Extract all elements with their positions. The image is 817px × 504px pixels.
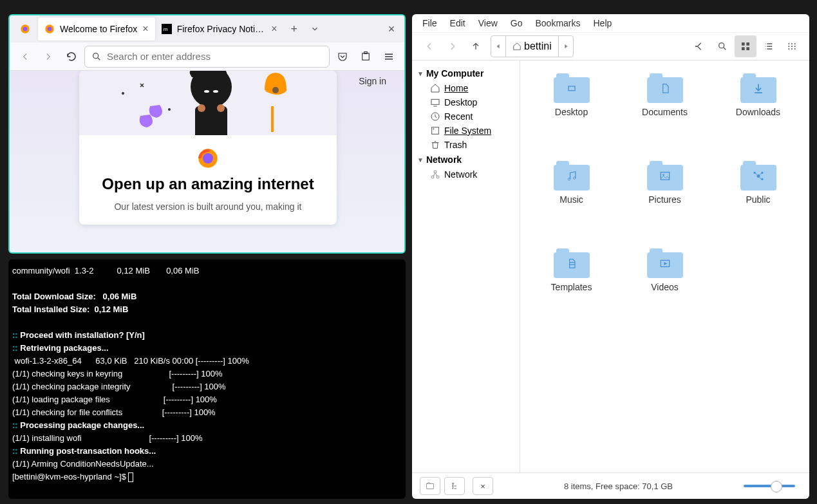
- pocket-button[interactable]: [332, 46, 353, 67]
- url-bar[interactable]: [84, 46, 330, 68]
- svg-point-32: [788, 48, 789, 50]
- toggle-location-button[interactable]: [688, 35, 710, 57]
- folder-videos[interactable]: Videos: [620, 248, 709, 332]
- zoom-slider[interactable]: [744, 485, 795, 487]
- svg-point-11: [213, 90, 218, 93]
- new-tab-button[interactable]: +: [284, 19, 305, 39]
- tab-list-button[interactable]: [305, 19, 325, 39]
- pocket-icon: [337, 51, 348, 62]
- menu-edit[interactable]: Edit: [450, 18, 465, 28]
- svg-point-6: [93, 53, 99, 58]
- nav-up-button[interactable]: [465, 35, 487, 57]
- tree-icon: [450, 481, 459, 490]
- file-manager-window: File Edit View Go Bookmarks Help bettini…: [412, 14, 809, 499]
- svg-point-38: [433, 128, 434, 129]
- list-icon: [764, 41, 774, 51]
- sidebar-item-desktop[interactable]: Desktop: [412, 95, 520, 109]
- status-bar: × 8 items, Free space: 70,1 GB: [412, 472, 809, 499]
- svg-rect-22: [742, 42, 745, 46]
- sidebar-item-file-system[interactable]: File System: [412, 124, 520, 138]
- folder-music[interactable]: Music: [527, 161, 616, 245]
- nav-forward-button[interactable]: [442, 35, 464, 57]
- back-button[interactable]: [15, 46, 35, 67]
- sidebar-item-recent[interactable]: Recent: [412, 109, 520, 124]
- svg-rect-35: [431, 99, 439, 104]
- window-close-button[interactable]: ×: [381, 19, 402, 39]
- svg-rect-42: [568, 86, 575, 91]
- folder-label: Music: [559, 194, 583, 205]
- sidebar-item-network[interactable]: Network: [412, 167, 520, 182]
- svg-point-44: [573, 177, 575, 179]
- desktop-badge-icon: [565, 82, 578, 95]
- sidebar-section-network[interactable]: ▼Network: [412, 152, 520, 167]
- firefox-logo-tab[interactable]: [14, 17, 37, 41]
- path-prev-button[interactable]: [491, 36, 506, 57]
- triangle-left-icon: [495, 43, 502, 50]
- menu-view[interactable]: View: [478, 18, 498, 28]
- folder-pictures[interactable]: Pictures: [620, 161, 709, 245]
- search-icon: [91, 51, 102, 62]
- tab-close-icon[interactable]: ×: [142, 23, 148, 35]
- welcome-subtext: Our latest version is built around you, …: [79, 201, 337, 212]
- tab-close-icon[interactable]: ×: [271, 23, 277, 35]
- folder-downloads[interactable]: Downloads: [713, 73, 803, 157]
- sidebar-item-home[interactable]: Home: [412, 81, 520, 95]
- folder-desktop[interactable]: Desktop: [527, 73, 616, 157]
- video-badge-icon: [659, 257, 671, 270]
- url-input[interactable]: [107, 51, 323, 62]
- tree-button[interactable]: [444, 477, 465, 495]
- path-next-button[interactable]: [559, 36, 573, 57]
- terminal-output: community/wofi 1.3-2 0,12 MiB 0,06 MiB T…: [12, 265, 402, 483]
- tab-welcome[interactable]: Welcome to Firefox ×: [38, 17, 155, 41]
- sidebar: ▼My Computer HomeDesktopRecentFile Syste…: [412, 61, 520, 472]
- triangle-right-icon: [563, 43, 569, 50]
- home-icon: [512, 42, 521, 51]
- folder-grid[interactable]: DesktopDocumentsDownloadsMusicPicturesPu…: [520, 61, 809, 472]
- forward-button[interactable]: [38, 46, 59, 67]
- app-menu-button[interactable]: [379, 46, 399, 67]
- list-view-button[interactable]: [758, 35, 780, 57]
- recent-icon: [430, 111, 440, 122]
- sidebar-item-label: Recent: [444, 111, 473, 122]
- path-segment-home[interactable]: bettini: [506, 36, 559, 57]
- extensions-button[interactable]: [355, 46, 376, 67]
- reload-button[interactable]: [61, 46, 82, 67]
- folder-documents[interactable]: Documents: [620, 73, 709, 157]
- sidebar-section-computer[interactable]: ▼My Computer: [412, 66, 520, 81]
- menu-go[interactable]: Go: [511, 18, 523, 28]
- folder-label: Desktop: [555, 107, 588, 117]
- compact-view-button[interactable]: [781, 35, 803, 57]
- menu-help[interactable]: Help: [594, 18, 612, 28]
- folder-icon: [554, 161, 590, 191]
- terminal-window[interactable]: community/wofi 1.3-2 0,12 MiB 0,06 MiB T…: [8, 259, 406, 499]
- sidebar-item-trash[interactable]: Trash: [412, 138, 520, 152]
- signin-link[interactable]: Sign in: [359, 76, 386, 86]
- close-sidebar-button[interactable]: ×: [473, 477, 493, 495]
- tab-privacy[interactable]: m Firefox Privacy Notice — ×: [155, 17, 284, 41]
- svg-rect-52: [427, 484, 434, 489]
- search-button[interactable]: [711, 35, 733, 57]
- icon-view-button[interactable]: [735, 35, 756, 57]
- public-badge-icon: [752, 169, 765, 182]
- svg-point-31: [794, 46, 796, 47]
- location-icon: [694, 41, 704, 51]
- search-icon: [717, 41, 728, 51]
- path-bar: bettini: [491, 35, 574, 57]
- folder-templates[interactable]: Templates: [527, 248, 616, 332]
- sidebar-item-label: Desktop: [444, 97, 477, 107]
- places-button[interactable]: [420, 477, 440, 495]
- svg-point-29: [788, 46, 789, 47]
- svg-point-46: [662, 174, 664, 176]
- sidebar-item-label: Trash: [444, 140, 467, 150]
- menu-file[interactable]: File: [422, 18, 437, 28]
- status-text: 8 items, Free space: 70,1 GB: [493, 481, 744, 491]
- svg-point-20: [695, 46, 697, 47]
- nav-back-button[interactable]: [418, 35, 440, 57]
- folder-icon: [647, 248, 683, 278]
- sidebar-heading-label: Network: [426, 154, 462, 165]
- folder-icon: [740, 161, 776, 191]
- menu-bookmarks[interactable]: Bookmarks: [535, 18, 580, 28]
- hamburger-icon: [383, 51, 395, 62]
- folder-public[interactable]: Public: [713, 161, 803, 245]
- svg-point-1: [23, 27, 28, 32]
